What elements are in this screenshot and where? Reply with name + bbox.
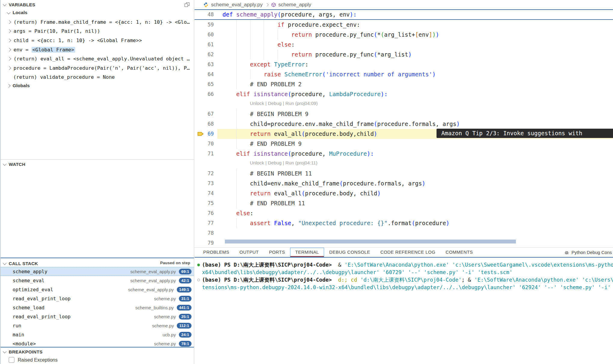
code-line[interactable]: 67 # BEGIN PROBLEM 9 xyxy=(195,109,613,119)
indent-guide xyxy=(264,50,264,60)
panel-tabs-bar: PROBLEMSOUTPUTPORTSTERMINALDEBUG CONSOLE… xyxy=(195,248,613,258)
call-stack-section-header[interactable]: CALL STACK Paused on step xyxy=(1,258,194,267)
terminal-line: tensions\ms-python.debugpy-2024.14.0-win… xyxy=(195,284,613,291)
stack-frame-row[interactable]: scheme_applyscheme_eval_apply.py69:1 xyxy=(1,267,194,276)
indent-guide xyxy=(236,218,237,228)
frame-name: <module> xyxy=(13,341,154,347)
frame-file: scheme_eval_apply.py xyxy=(130,269,176,274)
variable-row[interactable]: procedure = LambdaProcedure(Pair('n', Pa… xyxy=(1,63,194,73)
code-text: # BEGIN PROBLEM 11 xyxy=(195,169,613,179)
indent-guide xyxy=(264,20,264,30)
stack-frame-row[interactable]: optimized_evalscheme_eval_apply.py149:1 xyxy=(1,285,194,294)
chevron-right-icon xyxy=(7,38,11,42)
variable-row[interactable]: child = <{acc: 1, n: 10} -> <Global Fram… xyxy=(1,36,194,45)
breakpoints-section-header[interactable]: BREAKPOINTS xyxy=(1,349,194,354)
frame-location: scheme.py78:1 xyxy=(154,341,192,347)
checkbox-icon[interactable] xyxy=(9,357,14,363)
codelens-actions[interactable]: Unlock | Debug | Run (proj04:11) xyxy=(250,160,317,166)
panel-tab-problems[interactable]: PROBLEMS xyxy=(198,248,234,257)
code-line[interactable]: 76 else: xyxy=(195,208,613,218)
stack-frame-row[interactable]: runscheme.py112:1 xyxy=(1,321,194,330)
line-column-badge: 149:1 xyxy=(177,287,192,292)
code-line[interactable]: 74 return eval_all(procedure.body, child… xyxy=(195,188,613,198)
code-text: else: xyxy=(195,208,613,218)
codelens-actions[interactable]: Unlock | Debug | Run (proj04:09) xyxy=(250,101,318,106)
variables-section-header[interactable]: VARIABLES xyxy=(1,0,194,9)
bottom-panel: PROBLEMSOUTPUTPORTSTERMINALDEBUG CONSOLE… xyxy=(195,247,613,364)
variable-row[interactable]: env = <Global Frame> xyxy=(1,45,194,54)
frame-name: run xyxy=(13,323,152,329)
code-text: elif isinstance(procedure, MuProcedure): xyxy=(195,149,613,159)
terminal-output[interactable]: (base) PS D:\南大上课资料\SICP\proj04-Code> & … xyxy=(195,261,613,364)
sticky-scroll-line[interactable]: 48def scheme_apply(procedure, args, env)… xyxy=(195,10,613,20)
line-column-badge: 441:1 xyxy=(177,305,192,310)
code-line[interactable]: 61 else: xyxy=(195,40,613,50)
breadcrumb-file[interactable]: scheme_eval_apply.py xyxy=(211,2,263,8)
code-line[interactable]: 64 raise SchemeError('incorrect number o… xyxy=(195,69,613,79)
code-line[interactable]: 62 return procedure.py_func(*arg_list) xyxy=(195,50,613,60)
code-line[interactable]: 59 if procedure.expect_env: xyxy=(195,20,613,30)
variable-text: (return) Frame.make_child_frame = <{acc:… xyxy=(14,19,190,25)
code-line[interactable]: 63 except TypeError: xyxy=(195,60,613,69)
chevron-right-icon xyxy=(7,57,11,61)
code-text: elif isinstance(procedure, LambdaProcedu… xyxy=(195,89,613,99)
indent-guide xyxy=(236,109,237,119)
panel-tab-terminal[interactable]: TERMINAL xyxy=(290,248,324,257)
code-line[interactable]: 73 child=env.make_child_frame(procedure.… xyxy=(195,179,613,188)
python-debug-console-selector[interactable]: Python Debug Cons xyxy=(564,248,613,257)
console-label: Python Debug Cons xyxy=(572,250,612,255)
frame-location: scheme.py31:1 xyxy=(154,296,192,301)
panel-tab-code-reference-log[interactable]: CODE REFERENCE LOG xyxy=(375,248,440,257)
watch-section-header[interactable]: WATCH xyxy=(1,162,194,167)
code-text: assert False, "Unexpected procedure: {}"… xyxy=(195,218,613,228)
panel-tab-debug-console[interactable]: DEBUG CONSOLE xyxy=(324,248,375,257)
code-line[interactable]: 48def scheme_apply(procedure, args, env)… xyxy=(195,10,613,19)
indent-guide xyxy=(236,198,237,208)
panel-tab-comments[interactable]: COMMENTS xyxy=(440,248,478,257)
code-line[interactable]: 72 # BEGIN PROBLEM 11 xyxy=(195,169,613,179)
code-line[interactable]: 60 return procedure.py_func(*(arg_list+[… xyxy=(195,30,613,40)
code-line[interactable]: 70 # END PROBLEM 9 xyxy=(195,139,613,149)
stack-frame-row[interactable]: read_eval_print_loopscheme.py31:1 xyxy=(1,294,194,303)
panel-tab-output[interactable]: OUTPUT xyxy=(234,248,264,257)
code-line[interactable]: 71 elif isinstance(procedure, MuProcedur… xyxy=(195,149,613,159)
indent-guide xyxy=(236,179,237,188)
chevron-down-icon xyxy=(3,2,7,6)
panel-tab-ports[interactable]: PORTS xyxy=(264,248,290,257)
frame-location: ucb.py24:1 xyxy=(163,332,192,338)
code-line[interactable]: 65 # END PROBLEM 2 xyxy=(195,79,613,89)
variable-row[interactable]: (return) eval_all = <scheme_eval_apply.U… xyxy=(1,54,194,63)
code-line[interactable]: 77 assert False, "Unexpected procedure: … xyxy=(195,218,613,228)
horizontal-scrollbar-thumb[interactable] xyxy=(225,240,516,243)
breakpoint-item[interactable]: Raised Exceptions xyxy=(1,357,194,363)
terminal-line: (base) PS D:\南大上课资料\SICP\proj04-Code> & … xyxy=(195,261,613,269)
amazon-q-tooltip: Amazon Q Tip 2/3: Invoke suggestions wit… xyxy=(437,129,613,138)
breadcrumb-symbol[interactable]: scheme_apply xyxy=(278,2,311,8)
line-column-badge: 78:1 xyxy=(179,341,192,347)
code-line[interactable]: 68 child=procedure.env.make_child_frame(… xyxy=(195,119,613,129)
code-line[interactable]: 66 elif isinstance(procedure, LambdaProc… xyxy=(195,89,613,99)
variable-row[interactable]: args = Pair(10, Pair(1, nil)) xyxy=(1,27,194,36)
code-line[interactable]: 78 xyxy=(195,228,613,238)
variable-row[interactable]: (return) Frame.make_child_frame = <{acc:… xyxy=(1,17,194,27)
frame-file: scheme_eval_apply.py xyxy=(128,287,173,292)
call-stack-list: scheme_applyscheme_eval_apply.py69:1sche… xyxy=(1,267,194,348)
stack-frame-row[interactable]: scheme_loadscheme_builtins.py441:1 xyxy=(1,303,194,312)
locals-label: Locals xyxy=(13,10,27,15)
stack-frame-row[interactable]: scheme_evalscheme_eval_apply.py42:1 xyxy=(1,276,194,285)
code-editor[interactable]: scheme_eval_apply.py scheme_apply 48def … xyxy=(195,0,613,247)
panel-layout-icon[interactable] xyxy=(185,2,189,7)
indent-guide xyxy=(236,119,237,129)
code-line[interactable]: 75 # END PROBLEM 11 xyxy=(195,198,613,208)
stack-frame-row[interactable]: read_eval_print_loopscheme.py25:1 xyxy=(1,312,194,321)
scope-locals[interactable]: Locals xyxy=(7,10,27,15)
indent-guide xyxy=(236,169,237,179)
variable-text: args = Pair(10, Pair(1, nil)) xyxy=(14,28,100,34)
variable-row[interactable]: (return) validate_procedure = None xyxy=(1,73,194,82)
stack-frame-row[interactable]: mainucb.py24:1 xyxy=(1,330,194,339)
code-text: # BEGIN PROBLEM 9 xyxy=(195,109,613,119)
frame-location: scheme_eval_apply.py42:1 xyxy=(130,278,192,283)
terminal-line: x64\bundled\libs\debugpy\adapter/../..\d… xyxy=(195,269,613,276)
scope-globals[interactable]: Globals xyxy=(7,83,30,88)
frame-location: scheme_eval_apply.py149:1 xyxy=(128,287,192,292)
